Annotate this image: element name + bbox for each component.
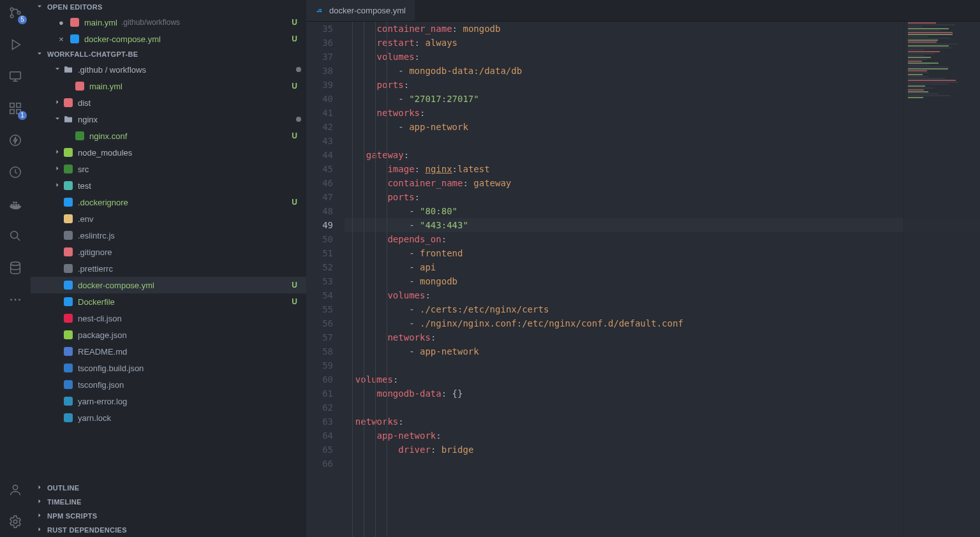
more-icon[interactable] bbox=[6, 291, 24, 309]
tab-docker-compose[interactable]: docker-compose.yml bbox=[306, 0, 415, 21]
modified-dot-icon[interactable]: ● bbox=[56, 18, 66, 27]
line-gutter: 3536373839404142434445464748495051525354… bbox=[306, 22, 345, 537]
thunder-icon[interactable] bbox=[6, 131, 24, 149]
folder-dist[interactable]: dist bbox=[31, 94, 306, 111]
code-lines[interactable]: container_name: mongodb restart: always … bbox=[345, 22, 980, 537]
git-status: U bbox=[292, 131, 297, 140]
file-yarn-error-log[interactable]: yarn-error.log bbox=[31, 393, 306, 409]
extensions-icon[interactable]: 1 bbox=[6, 99, 24, 117]
file--dockerignore[interactable]: .dockerignoreU bbox=[31, 194, 306, 210]
docker-file-icon bbox=[63, 196, 74, 208]
workspace-name: WORKFALL-CHATGPT-BE bbox=[47, 50, 138, 58]
tree-label: nginx.conf bbox=[89, 131, 127, 141]
file-yarn-lock[interactable]: yarn.lock bbox=[31, 409, 306, 426]
file-label: main.yml bbox=[84, 18, 117, 27]
file-README-md[interactable]: README.md bbox=[31, 343, 306, 360]
chevron-right-icon bbox=[52, 98, 63, 108]
database-icon[interactable] bbox=[6, 259, 24, 277]
tab-bar: docker-compose.yml bbox=[306, 0, 980, 22]
nest-file-icon bbox=[63, 313, 74, 324]
git-file-icon bbox=[63, 246, 74, 258]
yarn-file-icon bbox=[63, 395, 74, 407]
scm-icon[interactable]: 5 bbox=[6, 4, 24, 22]
git-status: U bbox=[292, 18, 297, 27]
code-editor[interactable]: 3536373839404142434445464748495051525354… bbox=[306, 22, 980, 537]
section-workspace[interactable]: WORKFALL-CHATGPT-BE bbox=[31, 47, 306, 61]
account-icon[interactable] bbox=[6, 481, 24, 499]
file--env[interactable]: .env bbox=[31, 210, 306, 227]
folder-src[interactable]: src bbox=[31, 161, 306, 177]
folder-test[interactable]: test bbox=[31, 177, 306, 194]
gitlens-icon[interactable] bbox=[6, 163, 24, 181]
file-label: docker-compose.yml bbox=[84, 34, 161, 44]
tree-label: yarn-error.log bbox=[78, 397, 127, 406]
file-main-yml[interactable]: main.ymlU bbox=[31, 78, 306, 94]
section-outline[interactable]: Outline bbox=[31, 481, 306, 495]
file--prettierrc[interactable]: .prettierrc bbox=[31, 260, 306, 277]
file-tsconfig-build-json[interactable]: tsconfig.build.json bbox=[31, 360, 306, 376]
svg-point-0 bbox=[10, 8, 13, 11]
git-status: U bbox=[292, 281, 297, 290]
untracked-dot-icon bbox=[296, 117, 301, 122]
file-package-json[interactable]: package.json bbox=[31, 327, 306, 343]
file--gitignore[interactable]: .gitignore bbox=[31, 244, 306, 260]
run-debug-icon[interactable] bbox=[6, 36, 24, 54]
chevron-down-icon bbox=[52, 115, 63, 124]
folder-node_modules[interactable]: node_modules bbox=[31, 144, 306, 161]
tree-label: src bbox=[78, 165, 89, 174]
docker-icon[interactable] bbox=[6, 195, 24, 213]
tree-label: .prettierrc bbox=[78, 264, 113, 274]
section-label: Outline bbox=[47, 484, 79, 492]
svg-point-12 bbox=[10, 299, 12, 301]
file-Dockerfile[interactable]: DockerfileU bbox=[31, 293, 306, 310]
file-path-desc: .github/workflows bbox=[121, 18, 180, 27]
docker-file-icon bbox=[69, 33, 80, 45]
svg-point-1 bbox=[10, 15, 13, 18]
file-docker-compose-yml[interactable]: docker-compose.ymlU bbox=[31, 277, 306, 293]
folder-nginx[interactable]: nginx bbox=[31, 111, 306, 128]
chevron-right-icon bbox=[36, 511, 45, 520]
test-file-icon bbox=[63, 180, 74, 191]
file-nest-cli-json[interactable]: nest-cli.json bbox=[31, 310, 306, 327]
chevron-right-icon bbox=[36, 526, 45, 534]
tree-label: test bbox=[78, 181, 91, 191]
section-npm[interactable]: NPM Scripts bbox=[31, 509, 306, 523]
svg-point-15 bbox=[13, 485, 17, 490]
file-tsconfig-json[interactable]: tsconfig.json bbox=[31, 376, 306, 393]
section-open-editors[interactable]: Open Editors bbox=[31, 0, 306, 14]
settings-gear-icon[interactable] bbox=[6, 513, 24, 531]
search-icon[interactable] bbox=[6, 227, 24, 245]
prettier-file-icon bbox=[63, 263, 74, 274]
tree-label: yarn.lock bbox=[78, 413, 111, 423]
file-nginx-conf[interactable]: nginx.confU bbox=[31, 128, 306, 144]
tree-label: nest-cli.json bbox=[78, 314, 122, 323]
svg-rect-3 bbox=[10, 72, 21, 79]
node-file-icon bbox=[63, 147, 74, 158]
extensions-badge: 1 bbox=[18, 111, 27, 120]
minimap[interactable] bbox=[903, 22, 980, 537]
nginx-file-icon bbox=[74, 130, 85, 142]
docker-file-icon bbox=[315, 6, 325, 16]
chevron-right-icon bbox=[52, 165, 63, 174]
section-timeline[interactable]: Timeline bbox=[31, 495, 306, 509]
chevron-right-icon bbox=[36, 483, 45, 492]
open-editor-docker-compose-yml[interactable]: ×docker-compose.ymlU bbox=[31, 31, 306, 47]
close-icon[interactable]: × bbox=[56, 34, 66, 44]
section-label: Timeline bbox=[47, 498, 82, 506]
svg-rect-5 bbox=[10, 110, 14, 114]
file--eslintrc-js[interactable]: .eslintrc.js bbox=[31, 227, 306, 244]
activity-bar: 5 1 bbox=[0, 0, 31, 537]
open-editor-main-yml[interactable]: ●main.yml.github/workflowsU bbox=[31, 14, 306, 31]
tree-label: package.json bbox=[78, 330, 127, 340]
svg-rect-4 bbox=[10, 103, 14, 107]
tree-label: .github / workflows bbox=[78, 65, 146, 75]
remote-icon[interactable] bbox=[6, 68, 24, 85]
folder--github-workflows[interactable]: .github / workflows bbox=[31, 61, 306, 78]
yml-file-icon bbox=[69, 17, 80, 28]
tree-label: nginx bbox=[78, 115, 98, 124]
yml-file-icon bbox=[74, 80, 85, 92]
tree-label: README.md bbox=[78, 347, 127, 357]
svg-point-14 bbox=[19, 299, 20, 301]
section-label: Rust Dependencies bbox=[47, 526, 127, 534]
section-rust[interactable]: Rust Dependencies bbox=[31, 523, 306, 537]
